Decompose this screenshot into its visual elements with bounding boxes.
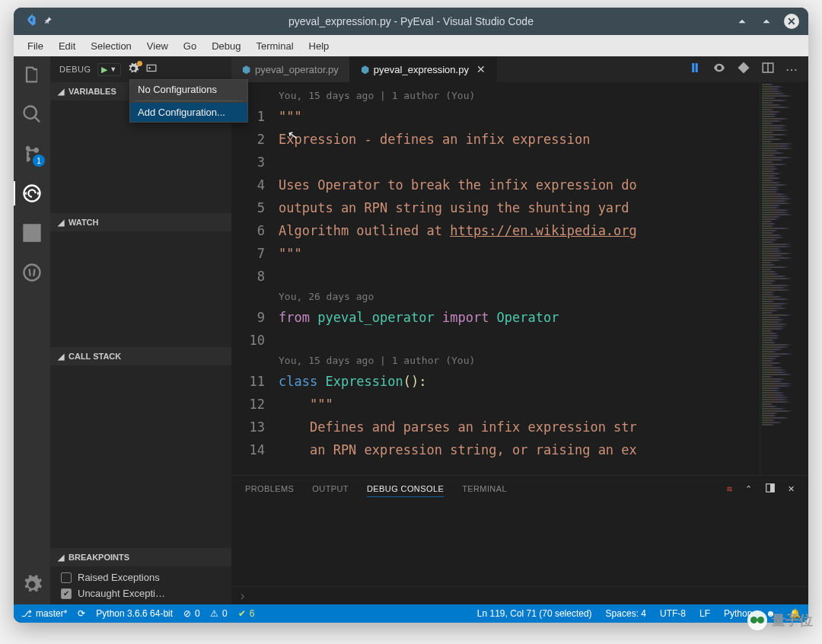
- diamond-icon[interactable]: [737, 61, 750, 78]
- config-add-configuration[interactable]: Add Configuration...: [130, 103, 247, 122]
- watermark: 量子位: [747, 611, 813, 630]
- config-dropdown: No Configurations Add Configuration...: [129, 79, 248, 123]
- vscode-icon: [23, 14, 37, 30]
- config-no-configurations[interactable]: No Configurations: [130, 80, 247, 99]
- codelens[interactable]: You, 15 days ago | 1 author (You): [279, 87, 760, 105]
- config-dropdown-chevron-icon[interactable]: ▼: [110, 65, 116, 73]
- close-panel-icon[interactable]: ✕: [788, 484, 795, 494]
- menu-debug[interactable]: Debug: [204, 37, 248, 55]
- section-callstack-body: [50, 365, 231, 548]
- editor[interactable]: 12345678 910 11121314 You, 15 days ago |…: [231, 82, 808, 475]
- close-tab-icon[interactable]: ✕: [476, 63, 486, 75]
- titlebar-left: [23, 14, 53, 30]
- svg-rect-2: [147, 65, 156, 71]
- start-debug-icon[interactable]: ▶: [101, 65, 108, 75]
- status-bar: ⎇master* ⟳ Python 3.6.6 64-bit ⊘0 ⚠0 ✔6 …: [14, 604, 808, 623]
- clear-console-icon[interactable]: ≋: [726, 484, 733, 494]
- chevron-down-icon: ◢: [58, 352, 64, 362]
- watermark-icon: [747, 611, 767, 630]
- status-python[interactable]: Python 3.6.6 64-bit: [96, 608, 173, 619]
- menu-help[interactable]: Help: [301, 37, 337, 55]
- debug-activity-icon[interactable]: [21, 183, 43, 204]
- compare-icon[interactable]: [688, 61, 702, 78]
- window-title: pyeval_expression.py - PyEval - Visual S…: [288, 15, 534, 27]
- status-branch[interactable]: ⎇master*: [21, 608, 67, 619]
- debug-header: DEBUG ▶ ▼: [50, 56, 231, 82]
- titlebar[interactable]: pyeval_expression.py - PyEval - Visual S…: [14, 8, 808, 35]
- debug-console-body[interactable]: [231, 502, 808, 586]
- menu-go[interactable]: Go: [176, 37, 204, 55]
- configure-gear-icon[interactable]: [127, 62, 139, 76]
- panel-tab-problems[interactable]: PROBLEMS: [245, 484, 294, 493]
- minimap[interactable]: [760, 82, 808, 475]
- svg-point-1: [24, 265, 40, 281]
- status-problems[interactable]: ⊘0 ⚠0: [183, 608, 228, 619]
- menu-terminal[interactable]: Terminal: [248, 37, 301, 55]
- extensions-icon[interactable]: [21, 222, 43, 244]
- minimize-icon[interactable]: [735, 14, 749, 28]
- code-content[interactable]: You, 15 days ago | 1 author (You)""" Exp…: [279, 82, 760, 475]
- split-editor-icon[interactable]: [761, 61, 775, 78]
- editor-actions: ⋯: [677, 56, 808, 82]
- gear-badge-icon: [137, 61, 142, 66]
- bottom-panel: PROBLEMS OUTPUT DEBUG CONSOLE TERMINAL ≋…: [231, 475, 808, 604]
- panel-tab-output[interactable]: OUTPUT: [312, 484, 349, 493]
- tab-bar: ⬢pyeval_operator.py ⬢pyeval_expression.p…: [231, 56, 808, 82]
- breakpoints-list: Raised Exceptions ✔Uncaught Excepti…: [50, 566, 231, 604]
- pin-icon[interactable]: [43, 15, 53, 28]
- editor-area: ⬢pyeval_operator.py ⬢pyeval_expression.p…: [231, 56, 808, 604]
- scm-badge: 1: [33, 155, 45, 167]
- warning-icon: ⚠: [210, 608, 218, 619]
- debug-sidebar: DEBUG ▶ ▼ No Configurations Add Configur…: [50, 56, 231, 604]
- main-area: 1 DEBUG ▶ ▼ No Configurations: [14, 56, 808, 604]
- settings-gear-icon[interactable]: [21, 574, 43, 595]
- codelens[interactable]: You, 15 days ago | 1 author (You): [279, 352, 760, 370]
- bp-uncaught-exceptions[interactable]: ✔Uncaught Excepti…: [50, 585, 231, 601]
- status-tests[interactable]: ✔6: [238, 608, 255, 619]
- more-icon[interactable]: ⋯: [785, 62, 798, 77]
- panel-tab-terminal[interactable]: TERMINAL: [462, 484, 507, 493]
- chevron-down-icon: ◢: [58, 553, 64, 563]
- scm-icon[interactable]: 1: [21, 143, 43, 164]
- section-watch-body: [50, 231, 231, 347]
- debug-console-icon[interactable]: [145, 63, 158, 75]
- checkbox-checked-icon[interactable]: ✔: [61, 588, 72, 599]
- debug-console-input[interactable]: ›: [231, 586, 808, 604]
- section-callstack-header[interactable]: ◢CALL STACK: [50, 347, 231, 365]
- activity-bar: 1: [14, 56, 50, 604]
- panel-tab-debug-console[interactable]: DEBUG CONSOLE: [367, 484, 444, 497]
- section-breakpoints-header[interactable]: ◢BREAKPOINTS: [50, 548, 231, 566]
- section-watch-header[interactable]: ◢WATCH: [50, 213, 231, 231]
- menu-file[interactable]: File: [20, 37, 51, 55]
- vscode-window: pyeval_expression.py - PyEval - Visual S…: [14, 8, 808, 623]
- preview-icon[interactable]: [712, 61, 726, 78]
- status-sync[interactable]: ⟳: [78, 608, 85, 619]
- menubar: File Edit Selection View Go Debug Termin…: [14, 35, 808, 56]
- status-selection[interactable]: Ln 119, Col 71 (70 selected): [477, 608, 592, 619]
- maximize-icon[interactable]: [760, 14, 773, 28]
- test-icon[interactable]: [21, 262, 43, 283]
- checkbox-icon[interactable]: [61, 572, 72, 583]
- debug-header-label: DEBUG: [59, 65, 91, 74]
- line-numbers: 12345678 910 11121314: [231, 82, 279, 475]
- window-controls: ✕: [735, 14, 799, 29]
- bp-raised-exceptions[interactable]: Raised Exceptions: [50, 569, 231, 585]
- menu-view[interactable]: View: [139, 37, 176, 55]
- status-eol[interactable]: LF: [699, 608, 710, 619]
- menu-edit[interactable]: Edit: [51, 37, 83, 55]
- close-icon[interactable]: ✕: [784, 14, 799, 29]
- panel-tabs: PROBLEMS OUTPUT DEBUG CONSOLE TERMINAL ≋…: [231, 476, 808, 502]
- git-branch-icon: ⎇: [21, 608, 32, 619]
- collapse-panel-icon[interactable]: ⌃: [745, 484, 752, 494]
- maximize-panel-icon[interactable]: [765, 483, 776, 495]
- codelens[interactable]: You, 26 days ago: [279, 288, 760, 306]
- status-encoding[interactable]: UTF-8: [660, 608, 686, 619]
- tab-pyeval-operator[interactable]: ⬢pyeval_operator.py: [231, 56, 350, 82]
- explorer-icon[interactable]: [21, 64, 43, 85]
- chevron-down-icon: ◢: [58, 87, 64, 97]
- search-activity-icon[interactable]: [21, 104, 43, 125]
- menu-selection[interactable]: Selection: [83, 37, 139, 55]
- status-spaces[interactable]: Spaces: 4: [606, 608, 646, 619]
- python-file-icon: ⬢: [361, 64, 369, 75]
- tab-pyeval-expression[interactable]: ⬢pyeval_expression.py✕: [350, 56, 497, 82]
